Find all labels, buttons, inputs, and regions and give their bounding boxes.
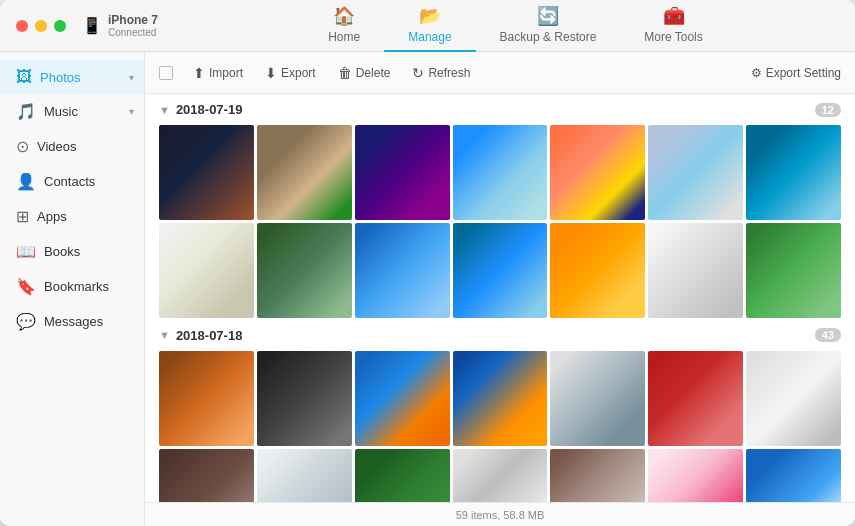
- sidebar-item-books[interactable]: 📖 Books: [0, 234, 144, 269]
- traffic-lights: [16, 20, 66, 32]
- sidebar-books-label: Books: [44, 244, 80, 259]
- photo-thumb[interactable]: [159, 449, 254, 502]
- photo-thumb[interactable]: [257, 449, 352, 502]
- import-icon: ⬆: [193, 65, 205, 81]
- photo-thumb[interactable]: [746, 223, 841, 318]
- phone-icon: 📱: [82, 16, 102, 35]
- collapse-arrow-1[interactable]: ▼: [159, 104, 170, 116]
- photo-thumb[interactable]: [453, 125, 548, 220]
- apps-icon: ⊞: [16, 207, 29, 226]
- videos-icon: ⊙: [16, 137, 29, 156]
- photo-area[interactable]: ▼ 2018-07-19 12: [145, 94, 855, 502]
- date-label-2: 2018-07-18: [176, 328, 243, 343]
- tab-manage-label: Manage: [408, 30, 451, 44]
- chevron-music-icon: ▾: [129, 106, 134, 117]
- titlebar: 📱 iPhone 7 Connected 🏠 Home 📂 Manage 🔄 B…: [0, 0, 855, 52]
- minimize-button[interactable]: [35, 20, 47, 32]
- date-section-2018-07-19: ▼ 2018-07-19 12: [159, 102, 841, 318]
- photo-thumb[interactable]: [355, 449, 450, 502]
- photo-thumb[interactable]: [648, 223, 743, 318]
- photo-thumb[interactable]: [550, 449, 645, 502]
- photo-thumb[interactable]: [550, 351, 645, 446]
- close-button[interactable]: [16, 20, 28, 32]
- sidebar-item-bookmarks[interactable]: 🔖 Bookmarks: [0, 269, 144, 304]
- sidebar-photos-label: Photos: [40, 70, 80, 85]
- photo-thumb[interactable]: [550, 223, 645, 318]
- sidebar-bookmarks-label: Bookmarks: [44, 279, 109, 294]
- toolbar: ⬆ Import ⬇ Export 🗑 Delete ↻ Refresh ⚙: [145, 52, 855, 94]
- sidebar-videos-label: Videos: [37, 139, 77, 154]
- gear-icon: ⚙: [751, 66, 762, 80]
- device-name: iPhone 7: [108, 13, 158, 27]
- tab-home-label: Home: [328, 30, 360, 44]
- music-icon: 🎵: [16, 102, 36, 121]
- photo-thumb[interactable]: [355, 351, 450, 446]
- collapse-arrow-2[interactable]: ▼: [159, 329, 170, 341]
- sidebar-messages-label: Messages: [44, 314, 103, 329]
- select-all-checkbox[interactable]: [159, 66, 173, 80]
- sidebar-item-apps[interactable]: ⊞ Apps: [0, 199, 144, 234]
- messages-icon: 💬: [16, 312, 36, 331]
- photo-thumb[interactable]: [746, 449, 841, 502]
- photo-thumb[interactable]: [648, 449, 743, 502]
- manage-icon: 📂: [419, 5, 441, 27]
- export-setting-button[interactable]: ⚙ Export Setting: [751, 66, 841, 80]
- photo-thumb[interactable]: [453, 351, 548, 446]
- backup-icon: 🔄: [537, 5, 559, 27]
- sidebar-item-music[interactable]: 🎵 Music ▾: [0, 94, 144, 129]
- chevron-photos-icon: ▾: [129, 72, 134, 83]
- photo-thumb[interactable]: [746, 125, 841, 220]
- photo-thumb[interactable]: [355, 125, 450, 220]
- export-button[interactable]: ⬇ Export: [257, 61, 324, 85]
- tab-tools-label: More Tools: [644, 30, 702, 44]
- tab-manage[interactable]: 📂 Manage: [384, 0, 475, 52]
- contacts-icon: 👤: [16, 172, 36, 191]
- sidebar-music-label: Music: [44, 104, 78, 119]
- photo-thumb[interactable]: [648, 351, 743, 446]
- home-icon: 🏠: [333, 5, 355, 27]
- photo-thumb[interactable]: [648, 125, 743, 220]
- photo-grid-1: [159, 125, 841, 318]
- tab-home[interactable]: 🏠 Home: [304, 0, 384, 52]
- photo-thumb[interactable]: [453, 449, 548, 502]
- photo-thumb[interactable]: [159, 125, 254, 220]
- photo-thumb[interactable]: [355, 223, 450, 318]
- nav-tabs: 🏠 Home 📂 Manage 🔄 Backup & Restore 🧰 Mor…: [192, 0, 839, 52]
- export-icon: ⬇: [265, 65, 277, 81]
- app-window: 📱 iPhone 7 Connected 🏠 Home 📂 Manage 🔄 B…: [0, 0, 855, 526]
- sidebar: 🖼 Photos ▾ 🎵 Music ▾ ⊙ Videos 👤 Contacts…: [0, 52, 145, 526]
- photo-grid-2: [159, 351, 841, 502]
- photo-thumb[interactable]: [746, 351, 841, 446]
- count-badge-2: 43: [815, 328, 841, 342]
- status-bar: 59 items, 58.8 MB: [145, 502, 855, 526]
- books-icon: 📖: [16, 242, 36, 261]
- photos-icon: 🖼: [16, 68, 32, 86]
- photo-thumb[interactable]: [257, 351, 352, 446]
- delete-button[interactable]: 🗑 Delete: [330, 61, 399, 85]
- refresh-button[interactable]: ↻ Refresh: [404, 61, 478, 85]
- photo-thumb[interactable]: [257, 223, 352, 318]
- date-section-2018-07-18: ▼ 2018-07-18 43: [159, 328, 841, 502]
- sidebar-item-messages[interactable]: 💬 Messages: [0, 304, 144, 339]
- photo-thumb[interactable]: [159, 351, 254, 446]
- date-label-1: 2018-07-19: [176, 102, 243, 117]
- tab-backup[interactable]: 🔄 Backup & Restore: [476, 0, 621, 52]
- import-button[interactable]: ⬆ Import: [185, 61, 251, 85]
- date-header-1: ▼ 2018-07-19 12: [159, 102, 841, 117]
- sidebar-item-videos[interactable]: ⊙ Videos: [0, 129, 144, 164]
- photo-thumb[interactable]: [453, 223, 548, 318]
- main-layout: 🖼 Photos ▾ 🎵 Music ▾ ⊙ Videos 👤 Contacts…: [0, 52, 855, 526]
- sidebar-contacts-label: Contacts: [44, 174, 95, 189]
- sidebar-item-contacts[interactable]: 👤 Contacts: [0, 164, 144, 199]
- date-header-2: ▼ 2018-07-18 43: [159, 328, 841, 343]
- photo-thumb[interactable]: [257, 125, 352, 220]
- photo-thumb[interactable]: [159, 223, 254, 318]
- tab-backup-label: Backup & Restore: [500, 30, 597, 44]
- tools-icon: 🧰: [663, 5, 685, 27]
- sidebar-item-photos[interactable]: 🖼 Photos ▾: [0, 60, 144, 94]
- photo-thumb[interactable]: [550, 125, 645, 220]
- bookmarks-icon: 🔖: [16, 277, 36, 296]
- tab-tools[interactable]: 🧰 More Tools: [620, 0, 726, 52]
- sidebar-apps-label: Apps: [37, 209, 67, 224]
- maximize-button[interactable]: [54, 20, 66, 32]
